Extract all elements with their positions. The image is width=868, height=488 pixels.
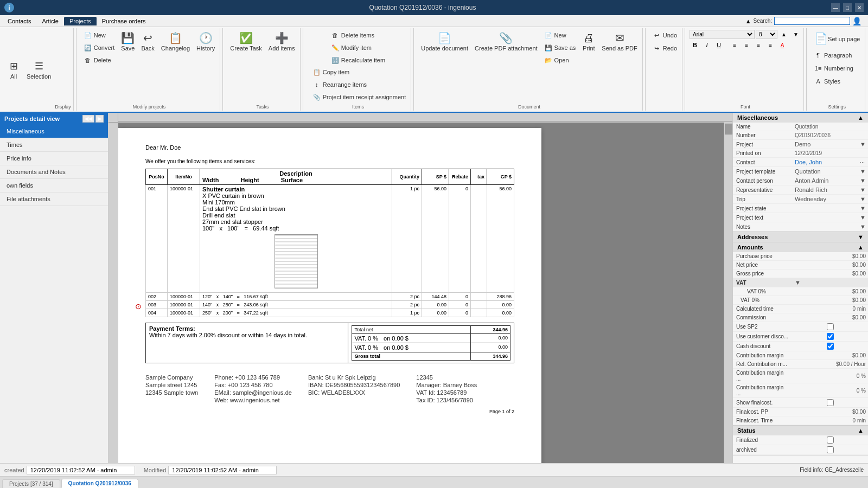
numbering-button[interactable]: 1≡ Numbering (811, 62, 863, 74)
sidebar-item-file-attachments[interactable]: File attachments (0, 192, 108, 206)
ribbon: ⊞ All ☰ Selection Display 📄 New 🔄 Conver… (0, 27, 868, 113)
sidebar-expand-button[interactable]: ▶ (95, 115, 104, 123)
convert-button[interactable]: 🔄 Convert (81, 42, 118, 54)
font-size-down-button[interactable]: ▼ (790, 29, 801, 39)
recalculate-item-button[interactable]: 🔢 Recalculate item (328, 54, 388, 66)
field-info: Field info: GE_Adresszeile (800, 467, 864, 473)
tab-quotation[interactable]: Quotation Q201912/0036 (61, 479, 138, 488)
use-customer-discount-checkbox[interactable] (795, 333, 866, 340)
sidebar-item-own-fields[interactable]: own fields (0, 179, 108, 192)
changelog-icon: 📋 (169, 31, 182, 44)
add-items-button[interactable]: ➕ Add items (266, 29, 298, 54)
rearrange-items-button[interactable]: ↕ Rearrange items (310, 79, 409, 91)
setup-page-button[interactable]: 📄 Set up page (811, 29, 863, 48)
selection-button[interactable]: ☰ Selection (24, 57, 54, 82)
cash-discount-checkbox[interactable] (795, 343, 866, 350)
align-left-button[interactable]: ≡ (729, 40, 740, 50)
project-item-receipt-button[interactable]: 📎 Project item receipt assignment (310, 91, 409, 103)
project-template-dropdown[interactable]: ▼ (860, 168, 866, 175)
paragraph-button[interactable]: ¶ Paragraph (811, 49, 863, 61)
project-text-dropdown[interactable]: ▼ (860, 214, 866, 221)
undo-icon: ↩ (653, 31, 661, 40)
align-right-button[interactable]: ≡ (753, 40, 764, 50)
sidebar-item-miscellaneous[interactable]: Miscellaneous (0, 125, 108, 138)
panel-row-trip: Trip Wednesday ▼ (733, 195, 868, 204)
back-button[interactable]: ↩ Back (138, 29, 157, 54)
contact-more-button[interactable]: ··· (859, 159, 866, 165)
archived-checkbox[interactable] (795, 446, 866, 453)
main-area: Projects detail view ◀◀ ▶ Miscellaneous … (0, 113, 868, 463)
send-as-pdf-button[interactable]: ✉ Send as PDF (599, 29, 640, 54)
bold-button[interactable]: B (690, 40, 700, 50)
trip-dropdown[interactable]: ▼ (860, 196, 866, 202)
menu-contacts[interactable]: Contacts (2, 17, 36, 25)
doc-new-button[interactable]: 📄 New (541, 29, 579, 41)
panel-row-project: Project Demo ▼ (733, 140, 868, 149)
tab-bar: Projects [37 / 314] Quotation Q201912/00… (0, 476, 868, 488)
close-button[interactable]: ✕ (855, 3, 864, 12)
col-itemno: ItemNo (168, 169, 200, 185)
warning-icon: ⊙ (135, 302, 142, 311)
sidebar-collapse-button[interactable]: ◀◀ (82, 115, 94, 123)
create-pdf-button[interactable]: 📎 Create PDF attachment (472, 29, 540, 54)
underline-button[interactable]: U (713, 40, 724, 50)
modify-item-button[interactable]: ✏️ Modify item (328, 42, 374, 54)
all-button[interactable]: ⊞ All (4, 57, 23, 82)
document-scroll[interactable]: Dear Mr. Doe We offer you the following … (118, 123, 724, 463)
history-button[interactable]: 🕐 History (194, 29, 218, 54)
amounts-header[interactable]: Amounts ▲ (733, 242, 868, 252)
panel-row-purchase-price: Purchase price $0.00 (733, 252, 868, 261)
copy-item-button[interactable]: 📋 Copy item (310, 66, 409, 78)
search-input[interactable] (774, 17, 850, 25)
minimize-button[interactable]: — (831, 3, 840, 12)
save-button[interactable]: 💾 Save (118, 29, 137, 54)
changelog-button[interactable]: 📋 Changelog (158, 29, 193, 54)
vertical-scrollbar[interactable] (724, 123, 732, 463)
save-as-button[interactable]: 💾 Save as (541, 42, 579, 54)
vat-collapse-icon[interactable]: ▼ (795, 279, 801, 286)
italic-button[interactable]: I (701, 40, 712, 50)
sidebar-item-times[interactable]: Times (0, 138, 108, 152)
representative-dropdown[interactable]: ▼ (860, 187, 866, 193)
font-size-up-button[interactable]: ▲ (778, 29, 789, 39)
font-color-button[interactable]: A (777, 40, 788, 50)
notes-dropdown[interactable]: ▼ (860, 223, 866, 230)
convert-icon: 🔄 (84, 43, 92, 52)
copy-icon: 📋 (312, 68, 321, 76)
menu-projects[interactable]: Projects (64, 17, 97, 25)
delete-items-button[interactable]: 🗑 Delete items (328, 29, 377, 41)
ribbon-group-font: Arial 8 ▲ ▼ B I U ≡ ≡ ≡ ≡ A Font (687, 28, 804, 111)
update-doc-button[interactable]: 📄 Update document (418, 29, 471, 54)
align-center-button[interactable]: ≡ (741, 40, 752, 50)
delete-button[interactable]: 🗑 Delete (81, 54, 118, 66)
align-justify-button[interactable]: ≡ (765, 40, 776, 50)
save-icon: 💾 (122, 31, 135, 44)
font-name-select[interactable]: Arial (690, 30, 755, 39)
sidebar-item-documents[interactable]: Documents and Notes (0, 165, 108, 179)
left-sidebar: Projects detail view ◀◀ ▶ Miscellaneous … (0, 113, 108, 463)
create-task-button[interactable]: ✅ Create Task (227, 29, 265, 54)
styles-button[interactable]: A Styles (811, 75, 863, 87)
use-sp2-checkbox[interactable] (795, 323, 866, 330)
contact-person-dropdown[interactable]: ▼ (860, 177, 866, 184)
open-button[interactable]: 📂 Open (541, 54, 579, 66)
tab-projects[interactable]: Projects [37 / 314] (2, 479, 60, 488)
miscellaneous-header[interactable]: Miscellaneous ▲ (733, 113, 868, 123)
undo-button[interactable]: ↩ Undo (650, 29, 680, 41)
finalized-checkbox[interactable] (795, 436, 866, 444)
addresses-header[interactable]: Addresses ▼ (733, 232, 868, 242)
project-state-dropdown[interactable]: ▼ (860, 205, 866, 211)
menu-article[interactable]: Article (36, 17, 64, 25)
svg-rect-0 (118, 113, 732, 123)
print-button[interactable]: 🖨 Print (579, 29, 598, 54)
sidebar-item-price-info[interactable]: Price info (0, 152, 108, 165)
new-icon: 📄 (84, 31, 92, 40)
font-size-select[interactable]: 8 (756, 30, 777, 39)
project-dropdown-icon[interactable]: ▼ (860, 141, 866, 147)
redo-button[interactable]: ↪ Redo (650, 42, 680, 54)
new-button[interactable]: 📄 New (81, 29, 118, 41)
show-finalcost-checkbox[interactable] (795, 399, 866, 406)
status-header[interactable]: Status ▲ (733, 426, 868, 435)
maximize-button[interactable]: □ (843, 3, 852, 12)
menu-purchase-orders[interactable]: Purchase orders (97, 17, 151, 25)
